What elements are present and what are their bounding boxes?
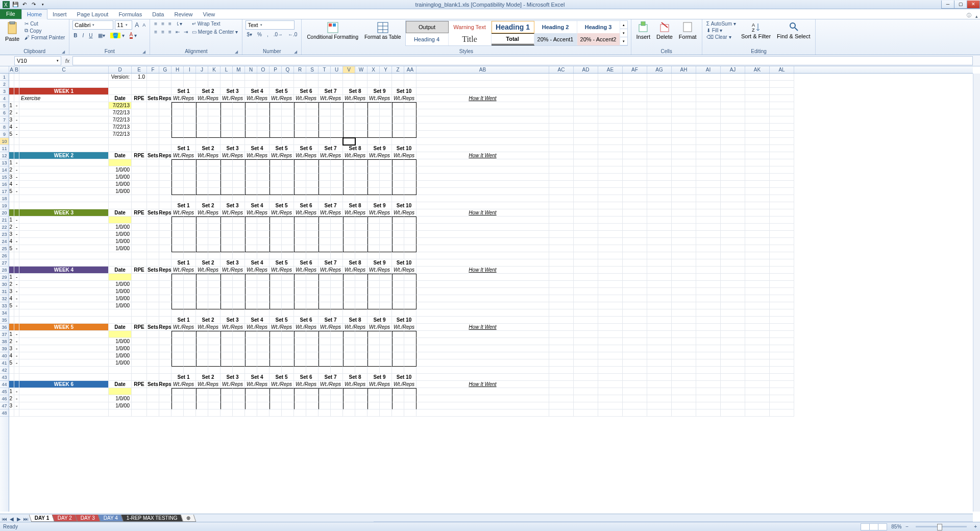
insert-cells-icon xyxy=(638,21,648,33)
align-bottom-icon[interactable]: ≡ xyxy=(167,20,173,27)
svg-rect-15 xyxy=(683,22,692,32)
paste-button[interactable]: Paste xyxy=(3,20,21,43)
decrease-indent-icon[interactable]: ⇤ xyxy=(175,29,181,35)
formula-input[interactable] xyxy=(72,56,973,65)
font-color-button[interactable]: A▾ xyxy=(129,31,138,39)
styles-group: Conditional Formatting Format as Table O… xyxy=(302,19,631,55)
clear-button[interactable]: ⌫Clear▾ xyxy=(705,34,737,40)
sigma-icon: Σ xyxy=(706,21,709,27)
view-tab[interactable]: View xyxy=(198,10,220,19)
style-total[interactable]: Total xyxy=(492,33,534,45)
accounting-icon[interactable]: $▾ xyxy=(246,31,253,38)
style-heading2[interactable]: Heading 2 xyxy=(534,21,577,33)
autosum-button[interactable]: ΣAutoSum▾ xyxy=(705,20,737,27)
fill-button[interactable]: ⬇Fill▾ xyxy=(705,27,737,34)
formulas-tab[interactable]: Formulas xyxy=(113,10,147,19)
format-as-table-button[interactable]: Format as Table xyxy=(362,20,403,41)
insert-tab[interactable]: Insert xyxy=(47,10,72,19)
delete-cells-button[interactable]: Delete xyxy=(654,20,675,41)
help-icon[interactable]: ⓘ xyxy=(965,12,973,19)
style-warning[interactable]: Warning Text xyxy=(449,21,492,33)
redo-icon[interactable]: ↷ xyxy=(30,1,38,9)
shrink-font-icon[interactable]: A xyxy=(141,20,146,30)
maximize-button[interactable]: ▢ xyxy=(954,1,967,9)
style-heading1[interactable]: Heading 1 xyxy=(492,21,534,33)
font-dialog-icon[interactable]: ◢ xyxy=(141,50,146,55)
save-icon[interactable]: 💾 xyxy=(11,1,19,9)
align-left-icon[interactable]: ≡ xyxy=(153,29,158,35)
minimize-button[interactable]: ─ xyxy=(941,1,954,9)
grow-font-icon[interactable]: A xyxy=(134,20,140,30)
style-heading3[interactable]: Heading 3 xyxy=(577,21,620,33)
home-tab[interactable]: Home xyxy=(21,9,47,19)
alignment-dialog-icon[interactable]: ◢ xyxy=(234,50,239,55)
align-top-icon[interactable]: ≡ xyxy=(153,20,158,27)
undo-icon[interactable]: ↶ xyxy=(20,1,29,9)
copy-button[interactable]: ⧉Copy xyxy=(23,27,66,34)
insert-cells-button[interactable]: Insert xyxy=(634,20,653,41)
conditional-formatting-button[interactable]: Conditional Formatting xyxy=(305,20,360,41)
format-painter-button[interactable]: 🖌Format Painter xyxy=(23,34,66,41)
font-name-select[interactable]: Calibri▾ xyxy=(72,20,113,30)
style-accent1[interactable]: 20% - Accent1 xyxy=(534,33,577,45)
svg-rect-5 xyxy=(329,23,332,27)
ribbon-minimize-icon[interactable]: ▴ xyxy=(973,14,980,19)
title-bar: X 💾 ↶ ↷ ▾ traininglog_blank1.xls [Compat… xyxy=(0,0,980,9)
number-group: Text▾ $▾ % , .0→ ←.0 Number◢ xyxy=(242,19,302,55)
style-accent2[interactable]: 20% - Accent2 xyxy=(577,33,620,45)
paste-label: Paste xyxy=(5,36,19,42)
increase-decimal-icon[interactable]: .0→ xyxy=(273,31,284,38)
alignment-group: ≡ ≡ ≡ ⤹▾ ≡ ≡ ≡ ⇤ ⇥ ↵Wrap Text ▭Merge & C… xyxy=(150,19,242,55)
svg-line-19 xyxy=(795,28,798,31)
formula-bar: V10▾ fx xyxy=(0,55,980,66)
font-size-select[interactable]: 11▾ xyxy=(115,20,132,30)
clipboard-dialog-icon[interactable]: ◢ xyxy=(61,50,66,55)
style-title[interactable]: Title xyxy=(449,33,492,45)
format-cells-button[interactable]: Format xyxy=(677,20,699,41)
font-group: Calibri▾ 11▾ A A B I U ▦▾ 🪣▾ A▾ Font◢ xyxy=(69,19,150,55)
window-title: traininglog_blank1.xls [Compatibility Mo… xyxy=(415,2,565,8)
qat-more-icon[interactable]: ▾ xyxy=(39,1,47,9)
data-tab[interactable]: Data xyxy=(147,10,169,19)
align-center-icon[interactable]: ≡ xyxy=(160,29,165,35)
conditional-formatting-icon xyxy=(327,21,339,34)
editing-group: ΣAutoSum▾ ⬇Fill▾ ⌫Clear▾ AZSort & Filter… xyxy=(702,19,816,55)
gallery-scroll[interactable]: ▴▾▾ xyxy=(620,21,627,45)
svg-text:X: X xyxy=(4,2,8,8)
sort-filter-button[interactable]: AZSort & Filter xyxy=(739,20,773,40)
fill-color-button[interactable]: 🪣▾ xyxy=(109,32,126,39)
bold-button[interactable]: B xyxy=(72,32,78,39)
border-button[interactable]: ▦▾ xyxy=(97,32,106,39)
italic-button[interactable]: I xyxy=(82,32,85,39)
number-format-select[interactable]: Text▾ xyxy=(246,20,295,30)
comma-icon[interactable]: , xyxy=(266,31,270,38)
svg-rect-12 xyxy=(641,21,645,26)
file-tab[interactable]: File xyxy=(0,9,21,19)
cell-styles-gallery[interactable]: Output Warning Text Heading 1 Heading 2 … xyxy=(405,20,628,46)
excel-icon: X xyxy=(2,1,10,9)
merge-center-button[interactable]: ▭Merge & Center▾ xyxy=(191,29,239,35)
style-heading4[interactable]: Heading 4 xyxy=(406,33,449,45)
cells-group: Insert Delete Format Cells xyxy=(631,19,702,55)
name-box[interactable]: V10▾ xyxy=(14,56,61,65)
sort-icon: AZ xyxy=(751,21,761,33)
underline-button[interactable]: U xyxy=(88,32,93,39)
review-tab[interactable]: Review xyxy=(169,10,198,19)
wrap-text-button[interactable]: ↵Wrap Text xyxy=(191,20,239,27)
eraser-icon: ⌫ xyxy=(706,34,714,40)
percent-icon[interactable]: % xyxy=(256,31,263,38)
style-output[interactable]: Output xyxy=(406,21,449,33)
increase-indent-icon[interactable]: ⇥ xyxy=(183,29,189,35)
number-dialog-icon[interactable]: ◢ xyxy=(293,50,298,55)
cut-button[interactable]: ✂Cut xyxy=(23,20,66,27)
close-button[interactable]: ✕ xyxy=(967,1,980,9)
align-right-icon[interactable]: ≡ xyxy=(167,29,173,35)
page-layout-tab[interactable]: Page Layout xyxy=(72,10,114,19)
orientation-icon[interactable]: ⤹▾ xyxy=(175,20,183,27)
format-cells-icon xyxy=(682,21,693,33)
decrease-decimal-icon[interactable]: ←.0 xyxy=(287,31,298,38)
wrap-icon: ↵ xyxy=(192,21,196,27)
find-select-button[interactable]: Find & Select xyxy=(775,20,812,40)
fx-icon[interactable]: fx xyxy=(62,58,72,64)
align-middle-icon[interactable]: ≡ xyxy=(160,20,165,27)
